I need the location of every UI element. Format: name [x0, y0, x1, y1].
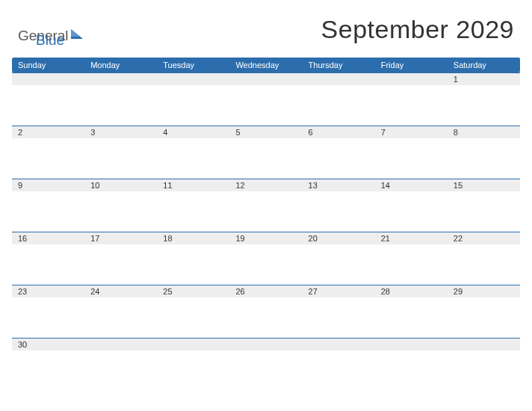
- date-cell: [84, 339, 157, 350]
- day-header-wednesday: Wednesday: [229, 58, 302, 72]
- logo-text-blue: Blue: [36, 32, 64, 48]
- day-header-saturday: Saturday: [448, 58, 520, 72]
- date-cell: 16: [12, 232, 84, 244]
- week-6: 30: [12, 338, 520, 391]
- date-cell: 11: [157, 179, 229, 191]
- date-cell: 6: [303, 126, 375, 138]
- date-cell: [375, 73, 448, 85]
- date-cell: 24: [84, 285, 157, 297]
- date-cell: [375, 339, 448, 350]
- week-4: 16 17 18 19 20 21 22: [12, 232, 520, 285]
- date-cell: 28: [375, 285, 448, 297]
- date-cell: [157, 73, 229, 85]
- date-cell: [84, 73, 157, 85]
- date-cell: 1: [448, 73, 520, 85]
- calendar-title: September 2029: [321, 15, 514, 44]
- date-cell: 15: [448, 179, 520, 191]
- date-cell: 27: [303, 285, 375, 297]
- week-1: 1: [12, 72, 520, 126]
- date-cell: [448, 339, 520, 350]
- week-3: 9 10 11 12 13 14 15: [12, 179, 520, 232]
- date-cell: [303, 73, 375, 85]
- date-cell: 3: [84, 126, 157, 138]
- date-cell: 29: [448, 285, 520, 297]
- calendar-grid: Sunday Monday Tuesday Wednesday Thursday…: [12, 58, 520, 391]
- date-cell: 12: [229, 179, 302, 191]
- logo-triangle-icon: [70, 28, 84, 43]
- date-cell: 8: [448, 126, 520, 138]
- date-cell: [157, 339, 229, 350]
- week-2: 2 3 4 5 6 7 8: [12, 126, 520, 179]
- date-cell: 30: [12, 339, 84, 350]
- date-cell: 10: [84, 179, 157, 191]
- date-cell: 26: [229, 285, 302, 297]
- date-cell: 19: [229, 232, 302, 244]
- date-cell: 17: [84, 232, 157, 244]
- day-header-sunday: Sunday: [12, 58, 84, 72]
- date-cell: 18: [157, 232, 229, 244]
- day-header-friday: Friday: [375, 58, 448, 72]
- date-cell: [229, 73, 302, 85]
- date-cell: 2: [12, 126, 84, 138]
- date-cell: 5: [229, 126, 302, 138]
- date-cell: 14: [375, 179, 448, 191]
- date-cell: 7: [375, 126, 448, 138]
- date-cell: 22: [448, 232, 520, 244]
- date-cell: 21: [375, 232, 448, 244]
- day-header-tuesday: Tuesday: [157, 58, 229, 72]
- date-cell: 25: [157, 285, 229, 297]
- date-cell: 4: [157, 126, 229, 138]
- date-cell: [12, 73, 84, 85]
- day-header-thursday: Thursday: [303, 58, 375, 72]
- date-cell: 13: [303, 179, 375, 191]
- date-cell: 23: [12, 285, 84, 297]
- day-header-monday: Monday: [84, 58, 157, 72]
- date-cell: 20: [303, 232, 375, 244]
- date-cell: [229, 339, 302, 350]
- date-cell: 9: [12, 179, 84, 191]
- date-cell: [303, 339, 375, 350]
- day-headers-row: Sunday Monday Tuesday Wednesday Thursday…: [12, 58, 520, 72]
- week-5: 23 24 25 26 27 28 29: [12, 285, 520, 338]
